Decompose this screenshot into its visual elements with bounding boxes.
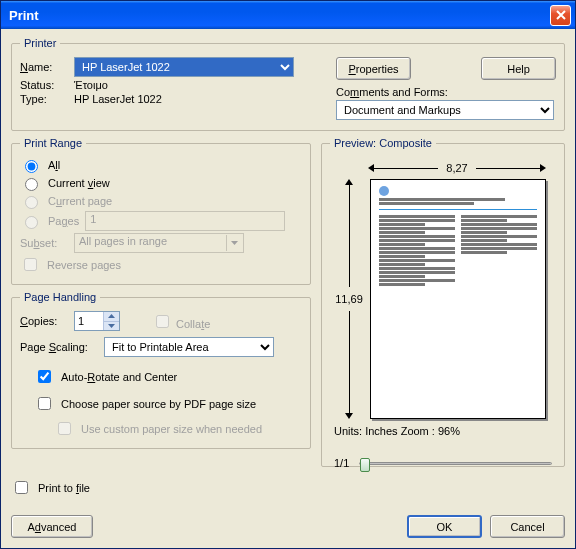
comments-combo[interactable]: Document and Markups [336, 100, 554, 120]
custom-paper-label: Use custom paper size when needed [81, 423, 262, 435]
range-all-label: All [48, 159, 60, 171]
copies-value[interactable] [75, 312, 103, 330]
page-handling-legend: Page Handling [20, 291, 100, 303]
custom-paper-check [58, 422, 71, 435]
reverse-pages-check [24, 258, 37, 271]
range-currentpage-label: Current page [48, 195, 112, 207]
page-scaling-label: Page Scaling: [20, 341, 98, 353]
page-handling-group: Page Handling Copies: [11, 291, 311, 449]
print-range-group: Print Range All Current view Current pag… [11, 137, 311, 285]
help-button[interactable]: Help [481, 57, 556, 80]
window-title: Print [9, 8, 550, 23]
close-button[interactable] [550, 5, 571, 26]
copies-up[interactable] [103, 312, 119, 322]
page-slider-thumb[interactable] [360, 458, 370, 472]
reverse-pages-label: Reverse pages [47, 259, 121, 271]
preview-box: 8,27 11,69 [332, 159, 554, 419]
page-height-value: 11,69 [335, 287, 363, 311]
close-icon [556, 10, 566, 20]
page-slider[interactable] [359, 462, 552, 465]
range-pages-label: Pages [48, 215, 79, 227]
range-all-radio[interactable] [25, 160, 38, 173]
page-indicator: 1/1 [334, 457, 349, 469]
printer-type-label: Type: [20, 93, 68, 105]
preview-group: Preview: Composite 8,27 11,69 [321, 137, 565, 467]
choose-paper-label: Choose paper source by PDF page size [61, 398, 256, 410]
print-to-file-label: Print to file [38, 482, 90, 494]
page-thumbnail [370, 179, 546, 419]
printer-name-label: Name: [20, 61, 68, 73]
cancel-button[interactable]: Cancel [490, 515, 565, 538]
ok-button[interactable]: OK [407, 515, 482, 538]
range-pages-radio [25, 216, 38, 229]
choose-paper-check[interactable] [38, 397, 51, 410]
comments-label: Comments and Forms: [336, 86, 448, 98]
chevron-down-icon [231, 241, 238, 245]
copies-spinner[interactable] [74, 311, 120, 331]
print-range-legend: Print Range [20, 137, 86, 149]
range-currentview-radio[interactable] [25, 178, 38, 191]
copies-label: Copies: [20, 315, 68, 327]
collate-check [156, 315, 169, 328]
properties-button[interactable]: Properties [336, 57, 411, 80]
page-width-value: 8,27 [438, 162, 475, 174]
printer-type-value: HP LaserJet 1022 [74, 93, 162, 105]
advanced-button[interactable]: Advanced [11, 515, 93, 538]
printer-legend: Printer [20, 37, 60, 49]
printer-name-combo[interactable]: HP LaserJet 1022 [74, 57, 294, 77]
copies-down[interactable] [103, 322, 119, 331]
subset-combo: All pages in range [74, 233, 244, 253]
preview-legend: Preview: Composite [330, 137, 436, 149]
collate-label: Collate [176, 318, 210, 330]
units-label: Units: Inches [334, 425, 398, 437]
range-currentview-label: Current view [48, 177, 110, 189]
print-to-file-check[interactable] [15, 481, 28, 494]
printer-status-label: Status: [20, 79, 68, 91]
range-pages-input: 1 [85, 211, 285, 231]
auto-rotate-label: Auto-Rotate and Center [61, 371, 177, 383]
zoom-label: Zoom : 96% [401, 425, 460, 437]
printer-status-value: Έτοιμο [74, 79, 108, 91]
subset-label: Subset: [20, 237, 68, 249]
auto-rotate-check[interactable] [38, 370, 51, 383]
ruler-horizontal: 8,27 [368, 159, 546, 177]
range-currentpage-radio [25, 196, 38, 209]
printer-group: Printer Name: HP LaserJet 1022 Status: Έ… [11, 37, 565, 131]
page-scaling-combo[interactable]: Fit to Printable Area [104, 337, 274, 357]
ruler-vertical: 11,69 [332, 179, 366, 419]
